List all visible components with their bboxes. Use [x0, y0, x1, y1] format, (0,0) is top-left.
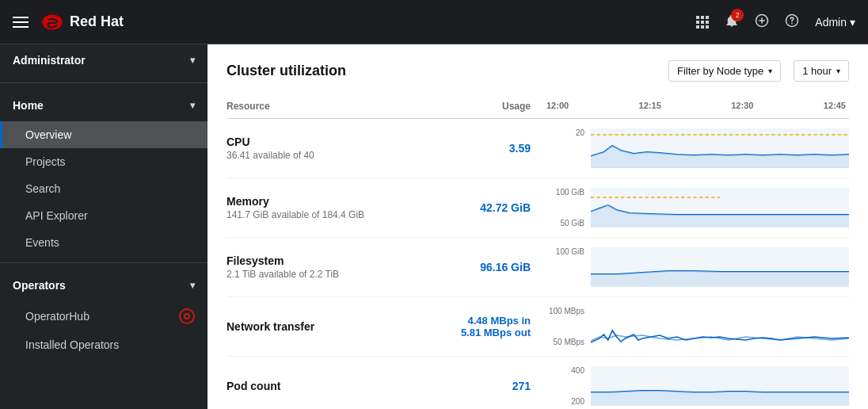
admin-chevron: ▾ [850, 16, 855, 29]
operators-chevron: ▾ [190, 280, 195, 291]
notification-count: 2 [731, 9, 744, 21]
sidebar-item-operatorhub-label: OperatorHub [25, 310, 89, 323]
sidebar-item-operatorhub[interactable]: OperatorHub [0, 301, 207, 331]
col-usage: Usage [448, 101, 543, 112]
pods-name: Pod count [227, 380, 448, 392]
network-out: 5.81 MBps out [461, 327, 531, 338]
notifications-button[interactable]: 2 [725, 13, 739, 31]
pods-y-axis: 400 200 [543, 366, 584, 406]
memory-name: Memory [227, 195, 448, 208]
filter-time-label: 1 hour [802, 65, 832, 77]
sidebar-operators-label: Operators [13, 279, 66, 292]
util-filters: Filter by Node type ▾ 1 hour ▾ [668, 60, 849, 82]
memory-chart-cell: 100 GiB 50 GiB [543, 188, 849, 227]
pods-chart-svg [591, 366, 849, 406]
filesystem-name: Filesystem [227, 254, 448, 267]
sidebar-item-installed-operators[interactable]: Installed Operators [0, 331, 207, 358]
add-button[interactable] [755, 13, 769, 31]
sidebar-item-overview-label: Overview [25, 128, 71, 141]
operatorhub-badge [179, 308, 195, 324]
home-chevron: ▾ [190, 100, 195, 111]
time-1215: 12:15 [639, 101, 661, 112]
sidebar: Administrator ▾ Home ▾ Overview Projects… [0, 44, 207, 409]
content-inner: Cluster utilization Filter by Node type … [207, 44, 868, 409]
svg-rect-6 [591, 166, 849, 168]
help-button[interactable] [785, 13, 799, 31]
resource-network: Network transfer [227, 320, 448, 333]
filesystem-chart-cell: 100 GiB [543, 247, 849, 287]
table-row-memory: Memory 141.7 GiB available of 184.4 GiB … [227, 178, 849, 238]
memory-y-top: 100 GiB [543, 188, 584, 197]
cluster-util-title: Cluster utilization [227, 63, 346, 79]
sidebar-item-events[interactable]: Events [0, 229, 207, 256]
filter-node-label: Filter by Node type [677, 65, 763, 77]
resource-cpu: CPU 36.41 available of 40 [227, 136, 448, 161]
filter-node-type-button[interactable]: Filter by Node type ▾ [668, 60, 781, 82]
network-name: Network transfer [227, 320, 448, 333]
resource-memory: Memory 141.7 GiB available of 184.4 GiB [227, 195, 448, 220]
sidebar-divider-2 [0, 262, 207, 263]
memory-usage: 42.72 GiB [448, 201, 543, 214]
navbar-right: 2 Admin ▾ [696, 13, 855, 31]
cpu-usage: 3.59 [448, 142, 543, 155]
table-header: Resource Usage 12:00 12:15 12:30 12:45 [227, 94, 849, 119]
network-usage: 4.48 MBps in 5.81 MBps out [448, 315, 543, 338]
filesystem-sub: 2.1 TiB available of 2.2 TiB [227, 269, 448, 280]
cluster-util-header: Cluster utilization Filter by Node type … [227, 60, 849, 82]
memory-y-bottom: 50 GiB [543, 219, 584, 227]
svg-marker-11 [591, 271, 849, 287]
sidebar-home-header[interactable]: Home ▾ [0, 90, 207, 121]
pods-chart-cell: 400 200 [543, 366, 849, 406]
content-area: Cluster utilization Filter by Node type … [207, 44, 868, 409]
network-y-bottom: 50 MBps [543, 338, 584, 346]
col-resource: Resource [227, 101, 448, 112]
sidebar-item-overview[interactable]: Overview [0, 121, 207, 148]
network-chart-cell: 100 MBps 50 MBps [543, 307, 849, 346]
cpu-chart-svg [591, 128, 849, 168]
administrator-chevron: ▾ [190, 55, 195, 66]
network-chart [591, 307, 849, 346]
filesystem-usage: 96.16 GiB [448, 261, 543, 273]
filesystem-chart [591, 247, 849, 287]
network-chart-svg [591, 307, 849, 346]
resource-pods: Pod count [227, 380, 448, 392]
hamburger-menu[interactable] [13, 17, 29, 28]
redhat-logo [41, 11, 63, 33]
main-layout: Administrator ▾ Home ▾ Overview Projects… [0, 44, 868, 409]
filesystem-chart-svg [591, 247, 849, 287]
sidebar-administrator-label: Administrator [13, 54, 86, 67]
filter-time-chevron: ▾ [836, 67, 840, 75]
sidebar-item-api-explorer-label: API Explorer [25, 209, 88, 222]
table-row-network: Network transfer 4.48 MBps in 5.81 MBps … [227, 297, 849, 357]
sidebar-item-projects[interactable]: Projects [0, 148, 207, 175]
filesystem-y-axis: 100 GiB [543, 247, 584, 287]
sidebar-home-section: Home ▾ Overview Projects Search API Expl… [0, 90, 207, 256]
time-1230: 12:30 [731, 101, 753, 112]
sidebar-operators-header[interactable]: Operators ▾ [0, 269, 207, 301]
cpu-name: CPU [227, 136, 448, 148]
sidebar-divider-1 [0, 82, 207, 83]
sidebar-item-api-explorer[interactable]: API Explorer [0, 202, 207, 229]
memory-sub: 141.7 GiB available of 184.4 GiB [227, 209, 448, 220]
table-row-cpu: CPU 36.41 available of 40 3.59 20 [227, 119, 849, 178]
grid-apps-button[interactable] [696, 16, 709, 29]
sidebar-operators-section: Operators ▾ OperatorHub Installed Operat… [0, 269, 207, 358]
filesystem-y-top: 100 GiB [543, 247, 584, 256]
pods-usage: 271 [448, 380, 543, 392]
navbar: Red Hat 2 [0, 0, 868, 44]
sidebar-home-label: Home [13, 99, 44, 112]
filter-time-button[interactable]: 1 hour ▾ [794, 60, 849, 82]
pods-chart [591, 366, 849, 406]
network-y-axis: 100 MBps 50 MBps [543, 307, 584, 346]
table-row-pods: Pod count 271 400 200 [227, 357, 849, 409]
filter-node-chevron: ▾ [768, 67, 772, 75]
admin-menu-button[interactable]: Admin ▾ [815, 16, 855, 29]
cpu-y-top: 20 [543, 128, 584, 137]
sidebar-administrator-header[interactable]: Administrator ▾ [0, 44, 207, 76]
cpu-chart-cell: 20 [543, 128, 849, 168]
sidebar-item-search[interactable]: Search [0, 175, 207, 202]
cpu-y-axis: 20 [543, 128, 584, 168]
network-y-top: 100 MBps [543, 307, 584, 315]
network-in: 4.48 MBps in [468, 315, 531, 327]
time-1200: 12:00 [546, 101, 569, 112]
